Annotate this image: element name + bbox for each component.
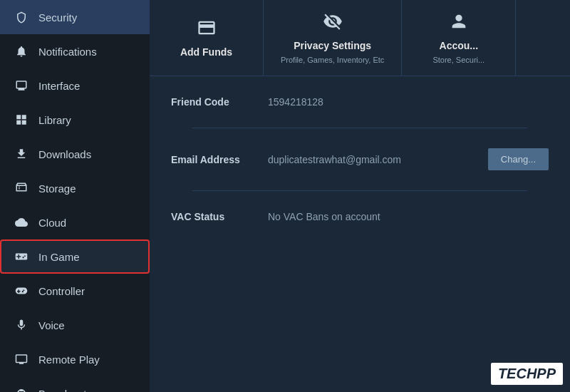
action-bar: Add Funds Privacy Settings Profile, Game… [150, 0, 570, 76]
info-content: Friend Code 1594218128 Email Address dup… [150, 76, 570, 392]
sidebar-item-label-controller: Controller [38, 285, 85, 297]
sidebar-item-security[interactable]: Security [0, 0, 150, 34]
controller-icon [14, 284, 28, 298]
monitor-icon [14, 78, 28, 93]
watermark-text: TECHPP [498, 366, 556, 381]
sidebar-item-notifications[interactable]: Notifications [0, 34, 150, 68]
sidebar-item-cloud[interactable]: Cloud [0, 205, 150, 239]
sidebar: Security Notifications Interface Library… [0, 0, 150, 392]
sidebar-item-label-remote-play: Remote Play [38, 354, 100, 366]
add-funds-label: Add Funds [180, 46, 232, 58]
email-address-label: Email Address [171, 154, 256, 165]
grid-icon [14, 113, 28, 127]
eye-slash-icon [323, 11, 343, 36]
remote-icon [14, 352, 28, 366]
account-label: Accou... [440, 40, 478, 51]
cloud-icon [14, 215, 28, 229]
privacy-settings-sublabel: Profile, Games, Inventory, Etc [281, 56, 384, 64]
sidebar-item-interface[interactable]: Interface [0, 68, 150, 103]
card-icon [197, 18, 217, 42]
account-card[interactable]: Accou... Store, Securi... [402, 0, 516, 76]
friend-code-value: 1594218128 [268, 96, 323, 108]
shield-icon [14, 10, 28, 24]
download-icon [14, 147, 28, 161]
watermark: TECHPP [491, 363, 563, 385]
add-funds-card[interactable]: Add Funds [150, 0, 264, 76]
sidebar-item-storage[interactable]: Storage [0, 171, 150, 205]
sidebar-item-label-security: Security [38, 11, 77, 24]
sidebar-item-label-cloud: Cloud [38, 217, 66, 229]
sidebar-item-label-interface: Interface [38, 80, 80, 92]
account-sublabel: Store, Securi... [432, 56, 484, 64]
main-content: Add Funds Privacy Settings Profile, Game… [150, 0, 570, 392]
change-email-button[interactable]: Chang... [488, 148, 549, 170]
sidebar-item-controller[interactable]: Controller [0, 274, 150, 308]
friend-code-label: Friend Code [171, 96, 256, 108]
sidebar-item-voice[interactable]: Voice [0, 308, 150, 342]
sidebar-item-in-game[interactable]: In Game [0, 239, 150, 274]
sidebar-item-remote-play[interactable]: Remote Play [0, 342, 150, 376]
friend-code-row: Friend Code 1594218128 [171, 96, 549, 108]
vac-status-row: VAC Status No VAC Bans on account [171, 211, 549, 222]
sidebar-item-label-downloads: Downloads [38, 148, 91, 160]
sidebar-item-label-storage: Storage [38, 182, 76, 195]
email-address-value: duplicatestrawhat@gmail.com [268, 154, 401, 165]
vac-status-label: VAC Status [171, 211, 256, 222]
person-icon [449, 11, 469, 36]
email-address-row: Email Address duplicatestrawhat@gmail.co… [171, 148, 549, 170]
privacy-settings-label: Privacy Settings [294, 40, 371, 51]
sidebar-item-label-notifications: Notifications [38, 46, 97, 58]
sidebar-item-downloads[interactable]: Downloads [0, 137, 150, 171]
divider-2 [192, 190, 527, 191]
sidebar-item-label-voice: Voice [38, 319, 65, 331]
bell-icon [14, 44, 28, 58]
sidebar-item-label-broadcast: Broadcast [38, 388, 87, 393]
sidebar-item-label-library: Library [38, 114, 71, 126]
broadcast-icon [14, 386, 28, 392]
hdd-icon [14, 181, 28, 195]
game-icon [14, 249, 28, 264]
divider-1 [192, 128, 527, 128]
sidebar-item-label-in-game: In Game [38, 251, 80, 263]
mic-icon [14, 318, 28, 332]
sidebar-item-library[interactable]: Library [0, 103, 150, 137]
privacy-settings-card[interactable]: Privacy Settings Profile, Games, Invento… [264, 0, 402, 76]
vac-status-value: No VAC Bans on account [268, 211, 380, 222]
sidebar-item-broadcast[interactable]: Broadcast [0, 376, 150, 392]
